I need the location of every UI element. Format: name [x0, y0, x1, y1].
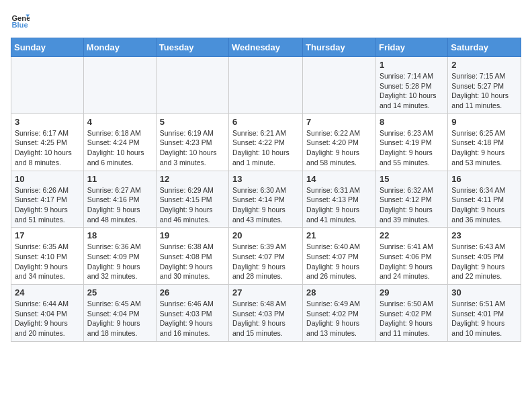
day-number: 10	[15, 174, 80, 184]
calendar-cell: 10Sunrise: 6:26 AMSunset: 4:17 PMDayligh…	[11, 171, 84, 228]
logo: General Blue	[11, 11, 32, 30]
weekday-header-thursday: Thursday	[303, 38, 376, 57]
page-header: General Blue	[11, 11, 521, 30]
day-info: Sunrise: 6:39 AMSunset: 4:07 PMDaylight:…	[232, 242, 299, 281]
day-info: Sunrise: 6:23 AMSunset: 4:19 PMDaylight:…	[380, 128, 444, 168]
day-info: Sunrise: 6:25 AMSunset: 4:18 PMDaylight:…	[451, 128, 517, 168]
day-info: Sunrise: 6:22 AMSunset: 4:20 PMDaylight:…	[306, 128, 372, 168]
day-info: Sunrise: 6:38 AMSunset: 4:08 PMDaylight:…	[160, 242, 225, 281]
weekday-header-wednesday: Wednesday	[229, 38, 303, 57]
calendar-body: 1Sunrise: 7:14 AMSunset: 5:28 PMDaylight…	[11, 57, 521, 342]
day-number: 11	[87, 174, 152, 184]
day-number: 30	[451, 287, 517, 298]
day-number: 24	[15, 287, 80, 298]
day-info: Sunrise: 6:49 AMSunset: 4:02 PMDaylight:…	[306, 299, 372, 338]
logo-icon: General Blue	[11, 11, 30, 30]
day-info: Sunrise: 6:32 AMSunset: 4:12 PMDaylight:…	[380, 185, 444, 225]
day-number: 16	[451, 174, 517, 184]
day-info: Sunrise: 6:30 AMSunset: 4:14 PMDaylight:…	[232, 185, 299, 225]
day-info: Sunrise: 6:29 AMSunset: 4:15 PMDaylight:…	[160, 185, 225, 225]
calendar-week-3: 10Sunrise: 6:26 AMSunset: 4:17 PMDayligh…	[11, 171, 521, 228]
calendar-week-5: 24Sunrise: 6:44 AMSunset: 4:04 PMDayligh…	[11, 285, 521, 342]
day-info: Sunrise: 6:50 AMSunset: 4:02 PMDaylight:…	[380, 299, 444, 338]
calendar-cell: 7Sunrise: 6:22 AMSunset: 4:20 PMDaylight…	[303, 113, 376, 171]
day-number: 23	[451, 230, 517, 240]
day-info: Sunrise: 6:31 AMSunset: 4:13 PMDaylight:…	[306, 185, 372, 225]
day-number: 3	[15, 117, 80, 127]
calendar-cell: 13Sunrise: 6:30 AMSunset: 4:14 PMDayligh…	[229, 171, 303, 228]
weekday-header-tuesday: Tuesday	[156, 38, 228, 57]
weekday-header-row: SundayMondayTuesdayWednesdayThursdayFrid…	[11, 38, 521, 57]
calendar-cell: 14Sunrise: 6:31 AMSunset: 4:13 PMDayligh…	[303, 171, 376, 228]
calendar-week-2: 3Sunrise: 6:17 AMSunset: 4:25 PMDaylight…	[11, 113, 521, 171]
day-info: Sunrise: 6:17 AMSunset: 4:25 PMDaylight:…	[15, 128, 80, 168]
day-number: 2	[451, 60, 517, 70]
day-number: 1	[380, 60, 444, 70]
calendar-cell: 11Sunrise: 6:27 AMSunset: 4:16 PMDayligh…	[83, 171, 156, 228]
day-info: Sunrise: 6:35 AMSunset: 4:10 PMDaylight:…	[15, 242, 80, 281]
calendar-cell	[83, 57, 156, 114]
calendar-cell: 12Sunrise: 6:29 AMSunset: 4:15 PMDayligh…	[156, 171, 228, 228]
calendar-cell: 16Sunrise: 6:34 AMSunset: 4:11 PMDayligh…	[448, 171, 521, 228]
calendar-cell	[229, 57, 303, 114]
day-number: 22	[380, 230, 444, 240]
day-info: Sunrise: 7:14 AMSunset: 5:28 PMDaylight:…	[380, 71, 444, 111]
calendar-week-1: 1Sunrise: 7:14 AMSunset: 5:28 PMDaylight…	[11, 57, 521, 114]
day-info: Sunrise: 6:46 AMSunset: 4:03 PMDaylight:…	[160, 299, 225, 338]
calendar-cell: 8Sunrise: 6:23 AMSunset: 4:19 PMDaylight…	[375, 113, 447, 171]
calendar-cell: 22Sunrise: 6:41 AMSunset: 4:06 PMDayligh…	[375, 228, 447, 285]
calendar-cell: 24Sunrise: 6:44 AMSunset: 4:04 PMDayligh…	[11, 285, 84, 342]
calendar-cell: 3Sunrise: 6:17 AMSunset: 4:25 PMDaylight…	[11, 113, 84, 171]
calendar-cell: 17Sunrise: 6:35 AMSunset: 4:10 PMDayligh…	[11, 228, 84, 285]
day-info: Sunrise: 6:44 AMSunset: 4:04 PMDaylight:…	[15, 299, 80, 338]
day-info: Sunrise: 6:45 AMSunset: 4:04 PMDaylight:…	[87, 299, 152, 338]
calendar-cell	[11, 57, 84, 114]
day-number: 9	[451, 117, 517, 127]
day-number: 7	[306, 117, 372, 127]
weekday-header-monday: Monday	[83, 38, 156, 57]
day-number: 5	[160, 117, 225, 127]
day-info: Sunrise: 6:40 AMSunset: 4:07 PMDaylight:…	[306, 242, 372, 281]
day-number: 17	[15, 230, 80, 240]
calendar-cell: 21Sunrise: 6:40 AMSunset: 4:07 PMDayligh…	[303, 228, 376, 285]
calendar-cell: 1Sunrise: 7:14 AMSunset: 5:28 PMDaylight…	[375, 57, 447, 114]
calendar-table: SundayMondayTuesdayWednesdayThursdayFrid…	[11, 38, 521, 342]
day-number: 21	[306, 230, 372, 240]
calendar-cell	[156, 57, 228, 114]
calendar-cell: 2Sunrise: 7:15 AMSunset: 5:27 PMDaylight…	[448, 57, 521, 114]
calendar-cell: 28Sunrise: 6:49 AMSunset: 4:02 PMDayligh…	[303, 285, 376, 342]
day-info: Sunrise: 6:27 AMSunset: 4:16 PMDaylight:…	[87, 185, 152, 225]
day-info: Sunrise: 6:26 AMSunset: 4:17 PMDaylight:…	[15, 185, 80, 225]
calendar-cell: 5Sunrise: 6:19 AMSunset: 4:23 PMDaylight…	[156, 113, 228, 171]
calendar-cell: 27Sunrise: 6:48 AMSunset: 4:03 PMDayligh…	[229, 285, 303, 342]
day-number: 6	[232, 117, 299, 127]
calendar-cell: 4Sunrise: 6:18 AMSunset: 4:24 PMDaylight…	[83, 113, 156, 171]
day-number: 26	[160, 287, 225, 298]
calendar-cell: 30Sunrise: 6:51 AMSunset: 4:01 PMDayligh…	[448, 285, 521, 342]
day-info: Sunrise: 6:19 AMSunset: 4:23 PMDaylight:…	[160, 128, 225, 168]
calendar-cell: 29Sunrise: 6:50 AMSunset: 4:02 PMDayligh…	[375, 285, 447, 342]
calendar-cell: 20Sunrise: 6:39 AMSunset: 4:07 PMDayligh…	[229, 228, 303, 285]
day-info: Sunrise: 7:15 AMSunset: 5:27 PMDaylight:…	[451, 71, 517, 111]
calendar-cell: 9Sunrise: 6:25 AMSunset: 4:18 PMDaylight…	[448, 113, 521, 171]
svg-text:Blue: Blue	[11, 21, 28, 29]
calendar-header: SundayMondayTuesdayWednesdayThursdayFrid…	[11, 38, 521, 57]
calendar-cell: 6Sunrise: 6:21 AMSunset: 4:22 PMDaylight…	[229, 113, 303, 171]
day-number: 25	[87, 287, 152, 298]
day-info: Sunrise: 6:21 AMSunset: 4:22 PMDaylight:…	[232, 128, 299, 168]
day-number: 29	[380, 287, 444, 298]
day-info: Sunrise: 6:43 AMSunset: 4:05 PMDaylight:…	[451, 242, 517, 281]
day-number: 15	[380, 174, 444, 184]
calendar-cell: 18Sunrise: 6:36 AMSunset: 4:09 PMDayligh…	[83, 228, 156, 285]
day-info: Sunrise: 6:51 AMSunset: 4:01 PMDaylight:…	[451, 299, 517, 338]
day-number: 28	[306, 287, 372, 298]
day-number: 27	[232, 287, 299, 298]
day-number: 14	[306, 174, 372, 184]
day-info: Sunrise: 6:34 AMSunset: 4:11 PMDaylight:…	[451, 185, 517, 225]
day-number: 12	[160, 174, 225, 184]
day-number: 20	[232, 230, 299, 240]
calendar-cell: 25Sunrise: 6:45 AMSunset: 4:04 PMDayligh…	[83, 285, 156, 342]
day-number: 4	[87, 117, 152, 127]
calendar-cell: 19Sunrise: 6:38 AMSunset: 4:08 PMDayligh…	[156, 228, 228, 285]
day-number: 18	[87, 230, 152, 240]
